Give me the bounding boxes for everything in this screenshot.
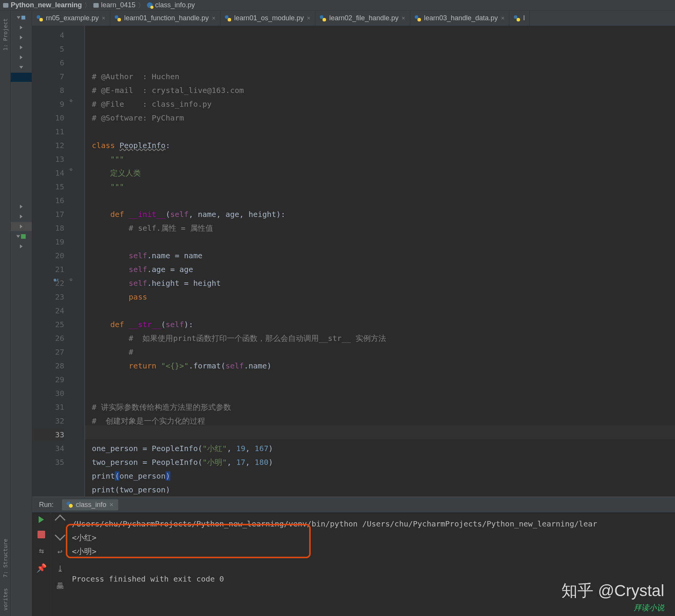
folder-icon	[3, 3, 8, 8]
python-file-icon	[415, 15, 421, 21]
print-icon[interactable]: 🖶	[56, 581, 64, 591]
python-file-icon	[115, 15, 121, 21]
gutter-marks: ⊖ ⊖ ⊖ ◉↑	[68, 26, 85, 497]
console-line: <小明>	[72, 544, 672, 558]
expand-icon[interactable]	[20, 66, 23, 69]
run-config-tab[interactable]: class_info ×	[62, 499, 118, 510]
tab-label: learn01_os_module.py	[234, 14, 304, 22]
editor-tab[interactable]: learn01_function_handle.py×	[110, 11, 220, 26]
venv-icon	[21, 234, 26, 239]
project-tree[interactable]	[11, 11, 32, 616]
stop-icon[interactable]	[38, 531, 45, 538]
editor-tab[interactable]: learn01_os_module.py×	[220, 11, 315, 26]
tab-label: learn01_function_handle.py	[124, 14, 209, 22]
breadcrumb: Python_new_learning 〉 learn_0415 〉 class…	[0, 0, 675, 11]
arrow-down-icon[interactable]	[54, 530, 65, 541]
tab-label: learn03_handle_data.py	[424, 14, 498, 22]
breadcrumb-project[interactable]: Python_new_learning	[11, 1, 82, 9]
close-icon[interactable]: ×	[501, 15, 504, 22]
expand-icon[interactable]	[17, 16, 21, 19]
expand-icon[interactable]	[16, 235, 20, 238]
close-icon[interactable]: ×	[109, 501, 114, 509]
soft-wrap-icon[interactable]: ↩	[57, 547, 62, 556]
breadcrumb-file[interactable]: class_info.py	[155, 1, 195, 9]
close-icon[interactable]: ×	[402, 15, 405, 22]
python-file-icon	[67, 502, 73, 508]
python-file-icon	[225, 15, 231, 21]
expand-icon[interactable]	[20, 26, 23, 29]
python-file-icon	[147, 2, 153, 8]
svg-point-1	[69, 504, 73, 508]
python-file-icon	[37, 15, 43, 21]
left-tool-strip: 1: Project 7: Structure vorites	[0, 11, 11, 616]
expand-icon[interactable]	[20, 46, 23, 49]
run-tab-label: class_info	[76, 501, 106, 509]
editor-tab[interactable]: learn02_file_handle.py×	[315, 11, 410, 26]
tree-current-file[interactable]	[11, 222, 32, 231]
expand-icon	[20, 225, 23, 228]
code-area[interactable]: # @Author : Huchen# @E-mail : crystal_li…	[85, 26, 675, 497]
favorites-tool-button[interactable]: vorites	[2, 588, 8, 611]
close-icon[interactable]: ×	[102, 15, 105, 22]
pin-icon[interactable]: 📌	[36, 563, 47, 573]
close-icon[interactable]: ×	[307, 15, 310, 22]
arrow-up-icon[interactable]	[54, 515, 65, 525]
folder-icon	[21, 16, 25, 20]
chevron-right-icon: 〉	[138, 1, 145, 10]
console-output[interactable]: /Users/chu/PycharmProjects/Python_new_le…	[69, 512, 675, 616]
rerun-icon[interactable]	[39, 516, 44, 523]
run-panel: Run: class_info × ⇆ 📌 ↩ ⤓	[32, 497, 675, 616]
console-line: <小红>	[72, 531, 672, 544]
tab-label: learn02_file_handle.py	[329, 14, 398, 22]
tree-selected-node[interactable]	[11, 73, 32, 82]
scroll-end-icon[interactable]: ⤓	[57, 564, 64, 574]
run-toolbar-left: ⇆ 📌	[32, 512, 51, 616]
editor-tabbar: rn05_example.py× learn01_function_handle…	[32, 11, 675, 26]
expand-icon[interactable]	[20, 244, 23, 248]
tab-label: l	[523, 14, 525, 22]
project-tool-button[interactable]: 1: Project	[2, 18, 8, 51]
editor-tab[interactable]: rn05_example.py×	[32, 11, 110, 26]
python-file-icon	[320, 15, 326, 21]
layout-icon[interactable]: ⇆	[39, 546, 44, 556]
console-exit: Process finished with exit code 0	[72, 572, 672, 586]
close-icon[interactable]: ×	[212, 15, 215, 22]
run-label: Run:	[39, 501, 54, 509]
folder-icon	[93, 3, 99, 8]
expand-icon[interactable]	[20, 36, 23, 39]
structure-tool-button[interactable]: 7: Structure	[2, 539, 8, 577]
code-editor[interactable]: 4567891011121314151617181920212223242526…	[32, 26, 675, 497]
editor-tab[interactable]: learn03_handle_data.py×	[410, 11, 510, 26]
expand-icon[interactable]	[20, 215, 23, 218]
chevron-right-icon: 〉	[84, 1, 91, 10]
console-cmd: /Users/chu/PycharmProjects/Python_new_le…	[72, 517, 672, 531]
expand-icon[interactable]	[20, 55, 23, 59]
run-toolbar-right: ↩ ⤓ 🖶	[51, 512, 69, 616]
expand-icon[interactable]	[20, 205, 23, 209]
editor-tab[interactable]: l	[509, 11, 530, 26]
line-gutter: 4567891011121314151617181920212223242526…	[32, 26, 68, 497]
tab-label: rn05_example.py	[46, 14, 99, 22]
python-file-icon	[514, 15, 520, 21]
breadcrumb-folder[interactable]: learn_0415	[101, 1, 135, 9]
